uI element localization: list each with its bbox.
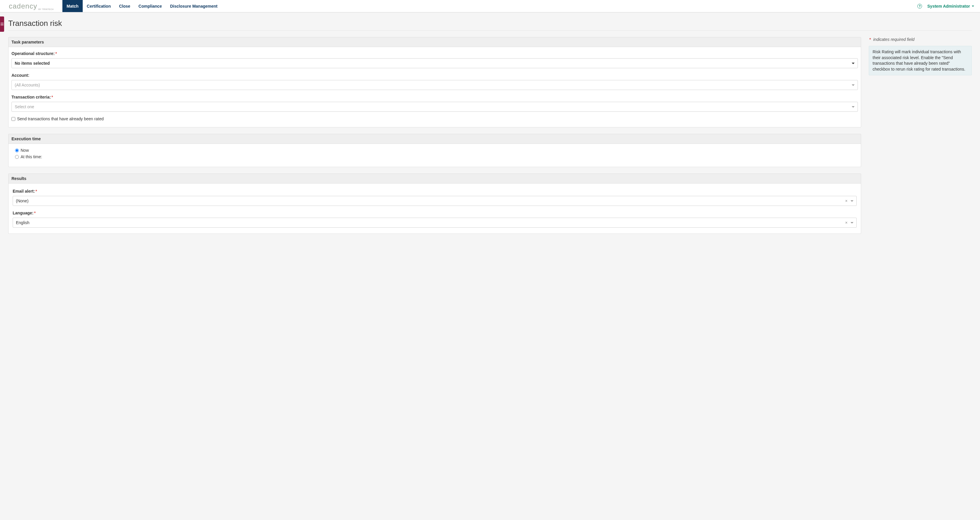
- transaction-criteria-select[interactable]: Select one: [11, 102, 858, 112]
- language-value: English: [16, 220, 29, 225]
- send-rated-checkbox[interactable]: [11, 117, 15, 121]
- nav-right: ? System Administrator: [917, 0, 980, 12]
- label-operational-structure: Operational structure:*: [11, 51, 858, 56]
- account-select[interactable]: (All Accounts): [11, 80, 858, 90]
- nav-tab-match[interactable]: Match: [62, 0, 83, 12]
- panel-task-parameters: Task parameters Operational structure:* …: [8, 37, 861, 127]
- operational-structure-select[interactable]: No items selected: [11, 58, 858, 68]
- user-menu[interactable]: System Administrator: [928, 4, 974, 8]
- panel-results: Results Email alert:* (None) ×: [8, 174, 861, 234]
- required-marker: *: [55, 51, 57, 56]
- label-account: Account:: [11, 73, 858, 78]
- caret-down-icon: [852, 106, 854, 108]
- brand-logo: cadency BY TRINTECH: [0, 0, 62, 12]
- label-email-alert: Email alert:*: [13, 189, 857, 193]
- account-placeholder: (All Accounts): [15, 82, 40, 87]
- label-language: Language:*: [13, 211, 857, 215]
- required-marker: *: [35, 189, 37, 193]
- nav-tabs: Match Certification Close Compliance Dis…: [62, 0, 222, 12]
- menu-icon: [1, 23, 3, 26]
- clear-icon[interactable]: ×: [845, 220, 848, 225]
- execution-now-label: Now: [21, 148, 29, 153]
- transaction-criteria-placeholder: Select one: [15, 105, 34, 109]
- caret-down-icon: [852, 84, 854, 86]
- panel-header-task-parameters: Task parameters: [8, 37, 861, 47]
- panel-execution-time: Execution time Now At this time:: [8, 134, 861, 167]
- nav-tab-disclosure-management[interactable]: Disclosure Management: [166, 0, 222, 12]
- caret-down-icon: [851, 222, 853, 224]
- brand-sub: BY TRINTECH: [38, 8, 54, 10]
- required-marker: *: [51, 95, 53, 100]
- execution-at-time-radio[interactable]: [15, 155, 19, 159]
- send-rated-label: Send transactions that have already been…: [17, 116, 103, 121]
- help-icon[interactable]: ?: [917, 4, 922, 8]
- nav-tab-compliance[interactable]: Compliance: [135, 0, 166, 12]
- nav-tab-close[interactable]: Close: [115, 0, 134, 12]
- panel-header-results: Results: [8, 174, 861, 184]
- label-transaction-criteria: Transaction criteria:*: [11, 95, 858, 100]
- email-alert-value: (None): [16, 198, 29, 203]
- brand-name: cadency: [9, 2, 37, 10]
- caret-down-icon: [851, 200, 853, 202]
- required-field-note: * indicates required field: [869, 37, 972, 42]
- panel-header-execution-time: Execution time: [8, 134, 861, 144]
- execution-at-time-label: At this time:: [21, 154, 42, 159]
- language-select[interactable]: English ×: [13, 218, 857, 228]
- user-name: System Administrator: [928, 4, 970, 8]
- required-marker: *: [34, 211, 36, 215]
- email-alert-select[interactable]: (None) ×: [13, 196, 857, 206]
- top-nav: cadency BY TRINTECH Match Certification …: [0, 0, 980, 12]
- caret-down-icon: [972, 6, 974, 7]
- execution-now-radio[interactable]: [15, 149, 19, 152]
- sidebar-expand-handle[interactable]: [0, 16, 4, 32]
- page-title: Transaction risk: [8, 16, 972, 30]
- nav-tab-certification[interactable]: Certification: [83, 0, 115, 12]
- caret-down-icon: [852, 63, 854, 64]
- clear-icon[interactable]: ×: [845, 198, 848, 203]
- operational-structure-value: No items selected: [15, 61, 50, 66]
- info-box: Risk Rating will mark individual transac…: [869, 46, 972, 75]
